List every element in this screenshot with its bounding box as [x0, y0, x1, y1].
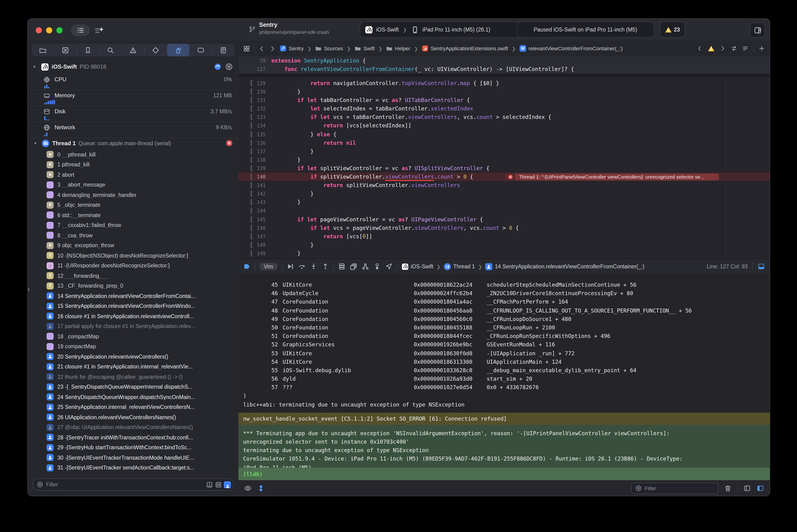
navigator-tab-issues[interactable]: [122, 44, 144, 56]
debug-graph-button[interactable]: [362, 263, 369, 270]
related-items-icon[interactable]: [243, 45, 250, 52]
view-hierarchy-button[interactable]: [338, 263, 345, 270]
stack-frame-16[interactable]: 16 closure #1 in SentryApplication.relev…: [28, 311, 238, 321]
show-crashed-only-button[interactable]: [206, 481, 213, 488]
adjust-editor-icon[interactable]: [742, 45, 748, 52]
breadcrumb-item[interactable]: Sources: [315, 45, 343, 52]
stack-frame-26[interactable]: 26 UIApplication.relevantViewControllers…: [28, 412, 238, 422]
stack-frame-21[interactable]: 21 closure #1 in SentryApplication.inter…: [28, 362, 238, 372]
navigator-tab-tests[interactable]: [144, 44, 167, 56]
process-row[interactable]: ▾ iOS-Swift PID 98018: [28, 60, 238, 73]
step-into-button[interactable]: [310, 263, 317, 270]
source-editor[interactable]: 29extension SentryApplication {127 func …: [238, 56, 770, 259]
stack-frame-8[interactable]: 8 __cxa_throw: [28, 230, 238, 241]
stack-frame-22[interactable]: 22 thunk for @escaping @callee_guarantee…: [28, 372, 238, 382]
stack-frame-4[interactable]: 4 demangling_terminate_handler: [28, 190, 238, 200]
variables-view-toggle[interactable]: [743, 484, 751, 492]
stack-frame-29[interactable]: 29 -[SentryHub startTransactionWithConte…: [28, 442, 238, 453]
stack-frame-20[interactable]: 20 SentryApplication.relevantviewControl…: [28, 352, 238, 362]
navigator-tab-debug[interactable]: [167, 44, 189, 56]
gauge-disk[interactable]: Disk3,7 MB/s: [28, 106, 238, 122]
issue-warning-icon[interactable]: [708, 45, 715, 52]
code-line-134[interactable]: 134 return [vcs[selectedIndex]]: [238, 121, 770, 130]
code-line-142[interactable]: 142 }: [238, 189, 770, 198]
code-line-129[interactable]: 129 return navigationController.topViewC…: [238, 79, 770, 88]
navigator-tab-find[interactable]: [99, 44, 122, 56]
continue-button[interactable]: [286, 263, 294, 270]
code-line-140[interactable]: 140 if splitViewController.viewControlle…: [238, 172, 770, 181]
stack-frame-24[interactable]: 24 SentryDispatchQueueWrapper.dispatchSy…: [28, 392, 238, 402]
code-line-141[interactable]: 141 return splitViewController.viewContr…: [238, 181, 770, 189]
stack-frame-11[interactable]: ❏11 -[UIResponder doesNotRecognizeSelect…: [28, 261, 238, 271]
code-line-130[interactable]: 130 }: [238, 88, 770, 96]
stack-frame-17[interactable]: 17 partial apply for closure #1 in Sentr…: [28, 321, 238, 331]
scheme-selector[interactable]: iOS-Swift ❯ iPad Pro 11-inch (M5) (26.1): [360, 22, 523, 38]
zoom-window-button[interactable]: [56, 27, 62, 33]
code-line-145[interactable]: 145 if let pageViewController = vc as? U…: [238, 215, 770, 224]
stack-frame-6[interactable]: 6 std::__terminate: [28, 210, 238, 220]
code-line-137[interactable]: 137 }: [238, 147, 770, 155]
code-line-148[interactable]: 148 }: [238, 241, 770, 249]
forward-button[interactable]: [269, 45, 276, 52]
code-line-146[interactable]: 146 if let vcs = pageViewController.view…: [238, 224, 770, 232]
quicklook-icon[interactable]: [244, 484, 252, 492]
navigator-tab-breakpoints[interactable]: [189, 44, 212, 56]
step-over-button[interactable]: [298, 263, 305, 270]
breadcrumb-item[interactable]: Helper: [386, 45, 410, 52]
stack-frame-15[interactable]: 15 SentryApplication.relevantViewControl…: [28, 301, 238, 311]
code-line-133[interactable]: 133 if let vcs = tabBarController.viewCo…: [238, 113, 770, 121]
breadcrumb-item[interactable]: SentryApplicationExtensions.swift: [422, 45, 508, 52]
code-line-139[interactable]: 139 if let splitViewController = vc as? …: [238, 164, 770, 172]
console-filter-field[interactable]: Filter: [631, 483, 719, 494]
minimize-window-button[interactable]: [46, 27, 52, 33]
warning-badge[interactable]: 23: [660, 22, 685, 38]
lldb-prompt[interactable]: (lldb): [238, 468, 770, 481]
stack-frame-5[interactable]: Ⅲ5 _objc_terminate: [28, 200, 238, 210]
error-annotation[interactable]: Thread 1: "-[UIPrintPanelViewController …: [505, 173, 719, 180]
step-out-button[interactable]: [321, 263, 329, 270]
stack-frame-3[interactable]: 3 __abort_message: [28, 180, 238, 190]
navigator-tab-crash[interactable]: [54, 44, 77, 56]
add-editor-button[interactable]: [758, 45, 765, 52]
back-button[interactable]: [258, 45, 265, 52]
profile-icon[interactable]: [225, 63, 233, 71]
run-destination[interactable]: iPad Pro 11-inch (M5) (26.1): [423, 27, 490, 33]
code-line-147[interactable]: 147 return [vcs[0]]: [238, 232, 770, 241]
next-issue-button[interactable]: [719, 45, 726, 52]
stack-frame-19[interactable]: 19 compactMap: [28, 341, 238, 352]
navigator-tab-project[interactable]: [32, 44, 54, 56]
stack-frame-28[interactable]: 28 -[SentryTracer initWithTransactionCon…: [28, 432, 238, 442]
code-line-144[interactable]: 144: [238, 207, 770, 215]
stack-frame-14[interactable]: 14 SentryApplication.relevantViewControl…: [28, 291, 238, 301]
toggle-navigator-button[interactable]: [71, 24, 90, 36]
navigator-tab-reports[interactable]: [212, 44, 235, 56]
stack-frame-13[interactable]: ⁑13 _CF_forwarding_prep_0: [28, 281, 238, 291]
gauge-network[interactable]: Network9 KB/s: [28, 122, 238, 138]
stack-frame-0[interactable]: Ⅲ0 __pthread_kill: [28, 149, 238, 159]
code-lines[interactable]: 129 return navigationController.topViewC…: [238, 79, 770, 258]
stack-frame-27[interactable]: 27 @objc UIApplication.relevantViewContr…: [28, 422, 238, 432]
code-line-149[interactable]: 149 }: [238, 249, 770, 258]
console-source-icon[interactable]: [257, 484, 265, 492]
disclosure-icon[interactable]: ▾: [34, 141, 39, 146]
edge-chevron-icon[interactable]: ›: [28, 286, 30, 293]
stack-frame-10[interactable]: ⁑10 -[NSObject(NSObject) doesNotRecogniz…: [28, 250, 238, 261]
show-running-blocks-button[interactable]: [215, 481, 222, 488]
memory-graph-button[interactable]: [350, 263, 357, 270]
code-line-136[interactable]: 136 return nil: [238, 138, 770, 147]
gauge-cpu[interactable]: CPU0%: [28, 74, 238, 90]
debug-process-crumb[interactable]: iOS-Swift❯ Thread 1❯ 14 SentryApplicatio…: [401, 263, 644, 270]
code-line-132[interactable]: 132 let selectedIndex = tabBarController…: [238, 104, 770, 113]
breadcrumb-item[interactable]: Sentry: [280, 45, 304, 52]
code-line-135[interactable]: 135 } else {: [238, 130, 770, 138]
stack-frame-30[interactable]: 30 -[SentryUIEventTrackerTransactionMode…: [28, 453, 238, 463]
scheme-name[interactable]: iOS-Swift: [376, 27, 399, 33]
stack-frame-25[interactable]: 25 SentryApplication.internal_relevantVi…: [28, 402, 238, 412]
stack-frame-18[interactable]: 18 _compactMap: [28, 331, 238, 341]
vim-mode-badge[interactable]: Vim: [260, 263, 277, 270]
code-line-143[interactable]: 143 }: [238, 198, 770, 207]
navigator-filter-field[interactable]: Filter: [33, 478, 234, 491]
clear-console-button[interactable]: [724, 484, 731, 492]
code-review-icon[interactable]: [731, 45, 737, 52]
console-view-toggle[interactable]: [757, 484, 764, 492]
